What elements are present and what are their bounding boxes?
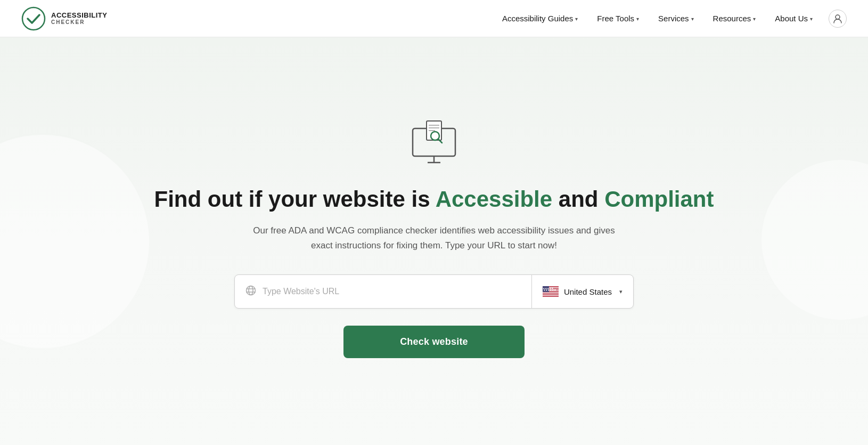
hero-title-text1: Find out if your website is [154,187,436,212]
nav-label-accessibility-guides: Accessibility Guides [502,14,573,23]
svg-rect-19 [543,292,559,293]
header: ACCESSIBILITY CHECKER Accessibility Guid… [0,0,868,37]
nav-item-services[interactable]: Services ▾ [651,10,701,27]
country-chevron-icon: ▾ [619,288,623,295]
chevron-down-icon: ▾ [810,16,813,22]
nav-label-free-tools: Free Tools [597,14,634,23]
country-selector[interactable]: ★★★★★★ ★★★★★ United States ▾ [532,275,633,308]
nav-label-services: Services [658,14,689,23]
us-flag-icon: ★★★★★★ ★★★★★ [543,286,559,297]
hero-title-accent1: Accessible [436,187,552,212]
nav-label-about-us: About Us [775,14,808,23]
globe-icon-svg [245,285,256,296]
hero-title-text2: and [552,187,604,212]
svg-point-11 [247,286,256,295]
logo[interactable]: ACCESSIBILITY CHECKER [21,6,107,31]
logo-sub: CHECKER [51,19,107,25]
nav-item-free-tools[interactable]: Free Tools ▾ [589,10,646,27]
chevron-down-icon: ▾ [636,16,639,22]
hero-title-accent2: Compliant [604,187,714,212]
nav-item-about-us[interactable]: About Us ▾ [767,10,820,27]
monitor-search-icon [407,114,461,167]
logo-icon [21,6,46,31]
svg-text:★★★★★: ★★★★★ [543,287,554,290]
nav-label-resources: Resources [713,14,751,23]
user-icon [833,14,842,23]
user-account-button[interactable] [829,10,847,28]
hero-subtitle: Our free ADA and WCAG compliance checker… [253,223,615,253]
globe-icon [245,285,256,298]
url-input-section [235,275,532,308]
chevron-down-icon: ▾ [691,16,694,22]
svg-rect-21 [543,295,559,296]
country-label: United States [564,287,612,296]
hero-illustration [407,114,461,169]
search-bar: ★★★★★★ ★★★★★ United States ▾ [234,274,634,309]
hero-title: Find out if your website is Accessible a… [154,186,714,213]
url-input[interactable] [263,275,521,308]
logo-name: ACCESSIBILITY [51,12,107,19]
chevron-down-icon: ▾ [753,16,756,22]
nav-item-accessibility-guides[interactable]: Accessibility Guides ▾ [495,10,585,27]
chevron-down-icon: ▾ [575,16,578,22]
svg-point-0 [22,7,45,30]
main-nav: Accessibility Guides ▾ Free Tools ▾ Serv… [495,10,847,28]
svg-point-1 [836,15,840,19]
logo-text: ACCESSIBILITY CHECKER [51,12,107,25]
check-website-button[interactable]: Check website [343,326,525,358]
hero-section: Find out if your website is Accessible a… [0,37,868,445]
nav-item-resources[interactable]: Resources ▾ [706,10,764,27]
svg-point-12 [249,286,253,295]
svg-rect-20 [543,294,559,295]
